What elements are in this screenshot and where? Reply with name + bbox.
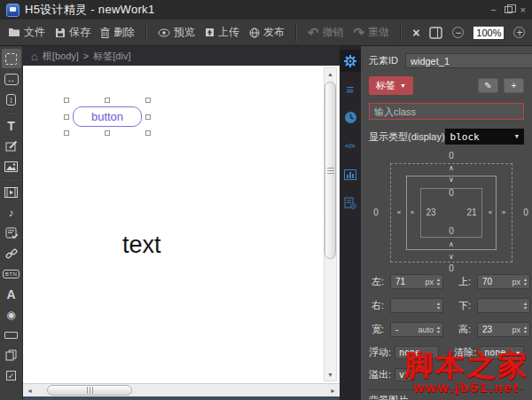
undo-button[interactable]: ↶ 撤销 xyxy=(308,25,344,40)
tool-image[interactable] xyxy=(1,156,22,176)
chevron-right-icon[interactable]: » xyxy=(411,208,414,217)
canvas-text-widget[interactable]: text xyxy=(122,231,161,259)
publish-button[interactable]: 发布 xyxy=(249,25,285,40)
resize-handle-nw[interactable] xyxy=(64,98,69,103)
redo-button[interactable]: ↷ 重做 xyxy=(354,25,390,40)
float-select[interactable]: none xyxy=(395,346,439,359)
resize-handle-sw[interactable] xyxy=(64,130,69,136)
content-right-value[interactable]: 21 xyxy=(466,208,476,217)
height-field[interactable]: 23 px ▲▼ xyxy=(477,322,530,337)
breadcrumb-current[interactable]: 标签[div] xyxy=(93,50,130,63)
clear-select[interactable]: none ▼ xyxy=(480,346,524,359)
clear-selection-button[interactable]: × xyxy=(412,26,419,40)
element-id-input[interactable] xyxy=(405,53,532,68)
delete-button[interactable]: 删除 xyxy=(100,25,135,40)
margin-bottom-value[interactable]: 0 xyxy=(449,264,454,273)
tool-font[interactable]: A xyxy=(1,284,22,304)
tool-vertical-resize[interactable]: ↕ xyxy=(1,90,22,110)
margin-top-value[interactable]: 0 xyxy=(449,152,454,161)
resize-handle-w[interactable] xyxy=(64,114,69,120)
tool-button[interactable]: BTN xyxy=(1,263,22,284)
edit-class-button[interactable]: ✎ xyxy=(478,78,498,93)
tool-checkbox[interactable]: ✓ xyxy=(1,365,22,386)
horizontal-scrollbar[interactable]: ◄ ► xyxy=(23,383,340,396)
restore-button[interactable] xyxy=(505,6,512,13)
chevron-left-icon[interactable]: « xyxy=(489,208,492,217)
chevron-up-icon[interactable]: ∧ xyxy=(449,164,454,173)
device-view-button[interactable] xyxy=(429,27,442,39)
minimize-button[interactable]: − xyxy=(490,5,496,15)
stepper[interactable]: ▲▼ xyxy=(523,278,528,286)
scroll-up-arrow[interactable]: ▲ xyxy=(325,68,336,80)
tool-audio[interactable]: ♪ xyxy=(1,202,22,223)
home-icon[interactable]: ⌂ xyxy=(31,50,38,63)
upload-button[interactable]: 上传 xyxy=(205,25,239,40)
stepper[interactable]: ▲▼ xyxy=(436,325,441,334)
close-button[interactable]: × xyxy=(520,5,526,15)
tab-code[interactable]: </> xyxy=(340,135,361,157)
breadcrumb-root[interactable]: 根[body] xyxy=(43,50,79,63)
canvas-button-widget[interactable]: button xyxy=(73,106,142,127)
chevron-left-icon[interactable]: « xyxy=(397,208,401,217)
stepper[interactable]: ▲▼ xyxy=(436,302,441,310)
tool-text[interactable]: T xyxy=(1,115,22,136)
overflow-select[interactable]: vi xyxy=(395,368,414,381)
class-input[interactable] xyxy=(369,103,524,120)
design-canvas[interactable]: button text ▲ ▼ xyxy=(23,66,340,383)
chevron-right-icon[interactable]: » xyxy=(502,208,505,217)
chevron-down-icon[interactable]: ∨ xyxy=(449,253,454,262)
resize-handle-ne[interactable] xyxy=(145,98,151,103)
zoom-out-button[interactable]: − xyxy=(452,27,464,38)
tab-properties[interactable] xyxy=(340,50,361,72)
save-button[interactable]: 保存 xyxy=(55,25,90,40)
file-button[interactable]: 文件 xyxy=(8,25,45,40)
tab-timeline[interactable] xyxy=(340,106,361,129)
top-field[interactable]: 70 px ▲▼ xyxy=(477,274,530,289)
scroll-left-arrow[interactable]: ◄ xyxy=(23,384,36,396)
bottom-field[interactable]: ▲▼ xyxy=(477,298,530,313)
chevron-down-icon[interactable]: ∨ xyxy=(449,176,454,184)
resize-handle-s[interactable] xyxy=(105,130,110,136)
vertical-scroll-thumb[interactable] xyxy=(325,82,336,259)
padding-top-value[interactable]: 0 xyxy=(449,189,454,198)
vertical-scrollbar[interactable]: ▲ ▼ xyxy=(324,67,337,381)
left-field[interactable]: 71 px ▲▼ xyxy=(390,274,443,289)
padding-bottom-value[interactable]: 0 xyxy=(449,227,454,236)
tool-form-edit[interactable] xyxy=(1,136,22,156)
stepper[interactable]: ▲▼ xyxy=(523,325,528,334)
tool-list-form[interactable] xyxy=(1,223,22,243)
stepper[interactable]: ▲▼ xyxy=(523,302,528,310)
stepper[interactable]: ▲▼ xyxy=(436,278,441,286)
display-select[interactable]: block ▼ xyxy=(445,129,524,145)
scroll-right-arrow[interactable]: ► xyxy=(326,384,340,396)
tool-radio[interactable]: ◉ xyxy=(1,304,22,325)
page-icon xyxy=(5,349,17,361)
margin-left-value[interactable]: 0 xyxy=(373,208,379,217)
chevron-up-icon[interactable]: ∧ xyxy=(449,240,454,249)
tab-components[interactable] xyxy=(340,192,361,214)
add-class-button[interactable]: + xyxy=(504,78,524,93)
resize-handle-n[interactable] xyxy=(105,98,110,103)
resize-handle-e[interactable] xyxy=(145,114,151,120)
margin-right-value[interactable]: 0 xyxy=(523,208,528,217)
zoom-in-button[interactable]: + xyxy=(513,27,525,38)
width-field[interactable]: - auto ▲▼ xyxy=(390,322,443,337)
scroll-down-arrow[interactable]: ▼ xyxy=(325,369,336,380)
tab-layers[interactable]: ≡ xyxy=(340,78,361,100)
tool-video[interactable] xyxy=(1,182,22,202)
resize-handle-se[interactable] xyxy=(145,130,151,136)
horizontal-scroll-track[interactable] xyxy=(36,384,326,396)
tag-dropdown-button[interactable]: 标签 ▼ xyxy=(369,76,413,95)
tool-link[interactable] xyxy=(1,243,22,263)
right-field[interactable]: ▲▼ xyxy=(390,298,443,313)
zoom-level[interactable]: 100% xyxy=(473,27,504,39)
tool-input-field[interactable] xyxy=(1,325,22,345)
tab-chart[interactable] xyxy=(340,163,361,185)
height-field-label: 高: xyxy=(450,323,471,336)
tool-select[interactable] xyxy=(2,49,21,68)
tool-page[interactable] xyxy=(1,345,22,365)
content-left-value[interactable]: 23 xyxy=(426,208,435,217)
tool-horizontal-resize[interactable]: ↔ xyxy=(1,69,22,90)
horizontal-scroll-thumb[interactable] xyxy=(47,385,132,396)
preview-button[interactable]: 预览 xyxy=(158,25,195,40)
